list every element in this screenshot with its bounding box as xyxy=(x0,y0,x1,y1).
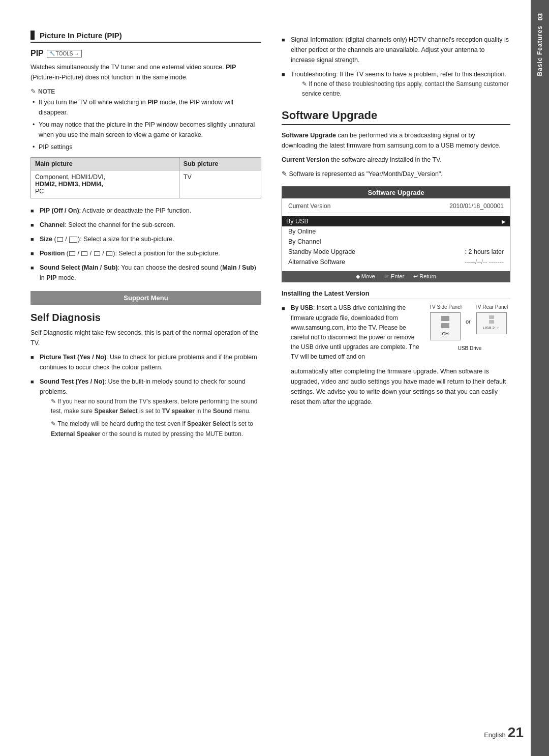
self-diag-sound-test: Sound Test (Yes / No): Use the built-in … xyxy=(30,376,261,439)
self-diag-body: Self Diagnostic might take few seconds, … xyxy=(30,328,261,348)
sw-standby-value: : 2 hours later xyxy=(465,248,504,255)
tv-side-panel-group: TV Side Panel CH xyxy=(429,303,462,340)
pos-icon-1 xyxy=(69,251,75,256)
sw-alt-value: -----/--/-- ------- xyxy=(465,258,504,266)
tv-rear-panel-box: USB 2 ← xyxy=(476,312,507,334)
sw-version-row: Current Version 2010/01/18_000001 xyxy=(288,202,504,210)
note-bullet-1: If you turn the TV off while watching in… xyxy=(39,97,261,118)
sw-menu-by-usb[interactable]: By USB xyxy=(282,216,510,226)
channel-label: CH xyxy=(442,330,448,337)
support-menu-label: Support Menu xyxy=(124,294,168,302)
pos-icon-2 xyxy=(81,251,87,256)
note-bullets: If you turn the TV off while watching in… xyxy=(30,97,261,152)
sw-menu-by-channel[interactable]: By Channel xyxy=(288,237,504,247)
sw-box-footer: ◆ Move ☞ Enter ↩ Return xyxy=(282,271,510,282)
pip-table-row: Component, HDMI1/DVI,HDMI2, HDMI3, HDMI4… xyxy=(31,170,261,198)
installing-heading-text: Installing the Latest Version xyxy=(282,289,370,297)
software-upgrade-body: Software Upgrade can be performed via a … xyxy=(282,130,510,151)
sw-box-body: Current Version 2010/01/18_000001 By USB… xyxy=(282,198,510,271)
pip-label: PIP 🔧 TOOLS → xyxy=(30,49,261,58)
sw-menu-by-online[interactable]: By Online xyxy=(288,226,504,237)
sw-footer-return: ↩ Return xyxy=(413,273,436,280)
pip-table-header-sub: Sub picture xyxy=(179,158,261,170)
sw-version-value: 2010/01/18_000001 xyxy=(449,202,504,210)
pip-table: Main picture Sub picture Component, HDMI… xyxy=(30,157,261,198)
sw-alt-label: Alternative Software xyxy=(288,258,345,266)
usb-port-2 xyxy=(441,323,449,328)
usb2-label: USB 2 ← xyxy=(483,325,500,332)
note-icon: ✎ xyxy=(30,88,36,95)
main-content: Picture In Picture (PIP) PIP 🔧 TOOLS → W… xyxy=(0,0,531,756)
or-text: or xyxy=(466,317,471,327)
self-diag-list: Picture Test (Yes / No): Use to check fo… xyxy=(30,352,261,439)
pip-note-section: ✎ NOTE If you turn the TV off while watc… xyxy=(30,88,261,152)
troubleshooting-item: Troubleshooting: If the TV seems to have… xyxy=(282,69,510,99)
size-icon-small xyxy=(57,237,63,242)
sw-standby-label: Standby Mode Upgrade xyxy=(288,248,355,255)
software-upgrade-heading: Software Upgrade xyxy=(282,109,510,125)
sw-menu-alt-software[interactable]: Alternative Software -----/--/-- ------- xyxy=(288,257,504,267)
sw-version-label: Current Version xyxy=(288,202,330,210)
sw-divider xyxy=(288,213,504,213)
troubleshooting-note: If none of these troubleshooting tips ap… xyxy=(291,79,510,99)
pip-option-position: Position ( / / / ): Select a position fo… xyxy=(30,248,261,258)
sound-test-note-2: The melody will be heard during the test… xyxy=(40,419,261,439)
pip-heading-text: Picture In Picture (PIP) xyxy=(40,31,122,40)
sidebar-chapter: 03 xyxy=(536,13,544,20)
current-version-text: Current Version the software already ins… xyxy=(282,155,510,165)
page-number-area: English 21 xyxy=(484,724,524,741)
tv-side-panel-label: TV Side Panel xyxy=(429,303,462,311)
usb-panels-row: TV Side Panel CH or TV Rear Pane xyxy=(429,303,510,340)
sw-box-title: Software Upgrade xyxy=(282,187,510,198)
software-upgrade-heading-text: Software Upgrade xyxy=(282,109,377,122)
tools-label: TOOLS xyxy=(56,51,73,56)
self-diag-picture-test: Picture Test (Yes / No): Use to check fo… xyxy=(30,352,261,372)
sidebar-tab: 03 Basic Features xyxy=(531,0,549,756)
installing-list: By USB: Insert a USB drive containing th… xyxy=(282,303,510,406)
pip-option-sound: Sound Select (Main / Sub): You can choos… xyxy=(30,263,261,283)
left-column: Picture In Picture (PIP) PIP 🔧 TOOLS → W… xyxy=(30,31,261,725)
note-label: ✎ NOTE xyxy=(30,88,261,95)
usb-port-1 xyxy=(441,316,449,321)
pip-text: PIP xyxy=(30,49,44,58)
pip-body-text: Watches simultaneously the TV tuner and … xyxy=(30,62,261,82)
pip-option-size: Size ( / ): Select a size for the sub-pi… xyxy=(30,234,261,244)
pip-option-channel: Channel: Select the channel for the sub-… xyxy=(30,220,261,230)
note-label-text: NOTE xyxy=(38,88,55,95)
pip-table-header-main: Main picture xyxy=(31,158,179,170)
note-bullet-3: PIP settings xyxy=(39,142,261,152)
tools-arrow: → xyxy=(74,51,79,56)
usb-drive-label: USB Drive xyxy=(429,344,510,353)
pip-section-heading: Picture In Picture (PIP) xyxy=(30,31,261,43)
self-diagnosis-heading-text: Self Diagnosis xyxy=(30,312,101,323)
note-bullet-2: You may notice that the picture in the P… xyxy=(39,120,261,140)
tv-rear-panel-label: TV Rear Panel xyxy=(475,303,508,311)
sw-footer-move: ◆ Move xyxy=(356,273,375,280)
support-menu-bar: Support Menu xyxy=(30,291,261,305)
page-container: Picture In Picture (PIP) PIP 🔧 TOOLS → W… xyxy=(0,0,549,756)
usb-diagram: TV Side Panel CH or TV Rear Pane xyxy=(429,303,510,362)
pos-icon-4 xyxy=(106,251,112,256)
heading-bar-icon xyxy=(30,31,35,40)
tv-rear-panel-group: TV Rear Panel USB 2 ← xyxy=(475,303,508,334)
self-diagnosis-heading: Self Diagnosis xyxy=(30,312,261,324)
signal-info-item: Signal Information: (digital channels on… xyxy=(282,35,510,65)
pip-options-list: PIP (Off / On): Activate or deactivate t… xyxy=(30,206,261,283)
installing-heading: Installing the Latest Version xyxy=(282,289,510,299)
rear-port-2 xyxy=(489,320,494,324)
rear-port-1 xyxy=(489,315,494,319)
by-usb-item: By USB: Insert a USB drive containing th… xyxy=(282,303,510,406)
pos-icon-3 xyxy=(94,251,100,256)
pip-table-cell-main: Component, HDMI1/DVI,HDMI2, HDMI3, HDMI4… xyxy=(31,170,179,198)
sw-menu-standby[interactable]: Standby Mode Upgrade : 2 hours later xyxy=(288,247,504,257)
sidebar-label: Basic Features xyxy=(536,25,543,76)
pip-table-cell-sub: TV xyxy=(179,170,261,198)
sw-footer-enter: ☞ Enter xyxy=(384,273,404,280)
pip-option-on-off: PIP (Off / On): Activate or deactivate t… xyxy=(30,206,261,216)
page-number-big: 21 xyxy=(508,724,524,741)
page-number-text: English xyxy=(484,731,506,739)
usb-continuation-text: automatically after completing the firmw… xyxy=(291,366,510,407)
tools-icon: 🔧 xyxy=(49,51,55,56)
right-top-list: Signal Information: (digital channels on… xyxy=(282,35,510,99)
usb-area: By USB: Insert a USB drive containing th… xyxy=(291,303,510,362)
